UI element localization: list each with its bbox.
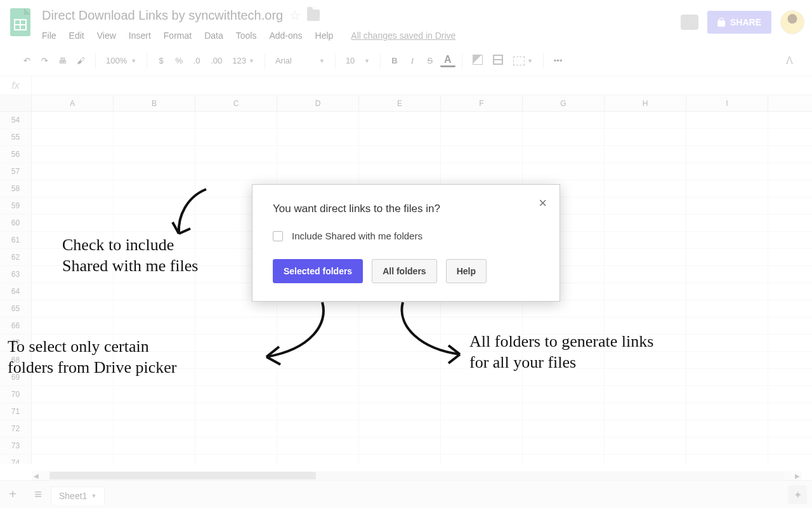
cell[interactable] (441, 386, 523, 403)
doc-title[interactable]: Direct Download Links by syncwithtech.or… (42, 8, 283, 23)
cell[interactable] (114, 386, 195, 403)
scroll-left-icon[interactable]: ◀ (32, 472, 41, 479)
row-header[interactable]: 56 (0, 146, 32, 163)
cell[interactable] (359, 403, 441, 420)
cell[interactable] (114, 455, 195, 464)
cell[interactable] (195, 403, 277, 420)
row-header[interactable]: 72 (0, 420, 32, 437)
col-header-I[interactable]: I (686, 95, 768, 111)
cell[interactable] (605, 403, 686, 420)
cell[interactable] (277, 146, 359, 163)
cell[interactable] (277, 420, 359, 437)
cell[interactable] (686, 232, 768, 248)
cell[interactable] (114, 403, 195, 420)
cell[interactable] (277, 403, 359, 420)
cell[interactable] (195, 420, 277, 437)
cell[interactable] (605, 300, 686, 317)
cell[interactable] (686, 369, 768, 385)
cell[interactable] (195, 129, 277, 145)
cell[interactable] (686, 129, 768, 145)
cell[interactable] (686, 197, 768, 214)
cell[interactable] (523, 438, 605, 454)
include-shared-checkbox[interactable] (273, 231, 283, 241)
cell[interactable] (32, 318, 114, 334)
cell[interactable] (114, 318, 195, 334)
cell[interactable] (359, 420, 441, 437)
cell[interactable] (359, 163, 441, 180)
all-folders-button[interactable]: All folders (372, 259, 436, 283)
menu-tools[interactable]: Tools (236, 30, 257, 41)
col-header-A[interactable]: A (32, 95, 114, 111)
cell[interactable] (32, 300, 114, 317)
cell[interactable] (605, 386, 686, 403)
select-all-corner[interactable] (0, 95, 32, 111)
cell[interactable] (686, 455, 768, 464)
cell[interactable] (359, 129, 441, 145)
cell[interactable] (195, 455, 277, 464)
col-header-G[interactable]: G (523, 95, 605, 111)
cell[interactable] (605, 249, 686, 265)
cell[interactable] (605, 266, 686, 283)
cell[interactable] (32, 163, 114, 180)
cell[interactable] (359, 455, 441, 464)
explore-icon[interactable]: ✦ (788, 485, 807, 504)
row-header[interactable]: 65 (0, 300, 32, 317)
row-header[interactable]: 59 (0, 197, 32, 214)
cell[interactable] (605, 180, 686, 197)
increase-decimal-icon[interactable]: .00 (207, 53, 226, 68)
col-header-B[interactable]: B (114, 95, 195, 111)
row-header[interactable]: 58 (0, 180, 32, 197)
cell[interactable] (195, 386, 277, 403)
cell[interactable] (686, 420, 768, 437)
col-header-D[interactable]: D (277, 95, 359, 111)
scroll-right-icon[interactable]: ▶ (793, 472, 802, 479)
cell[interactable] (32, 215, 114, 231)
row-header[interactable]: 73 (0, 438, 32, 454)
row-header[interactable]: 61 (0, 232, 32, 248)
cell[interactable] (32, 420, 114, 437)
cell[interactable] (114, 112, 195, 128)
cell[interactable] (114, 146, 195, 163)
cell[interactable] (359, 112, 441, 128)
row-header[interactable]: 62 (0, 249, 32, 265)
cell[interactable] (523, 163, 605, 180)
cell[interactable] (441, 129, 523, 145)
menu-insert[interactable]: Insert (129, 30, 151, 41)
cell[interactable] (605, 420, 686, 437)
cell[interactable] (605, 129, 686, 145)
cell[interactable] (359, 386, 441, 403)
cell[interactable] (114, 420, 195, 437)
share-button[interactable]: SHARE (707, 11, 771, 34)
row-header[interactable]: 66 (0, 318, 32, 334)
cell[interactable] (523, 112, 605, 128)
cell[interactable] (523, 420, 605, 437)
cell[interactable] (195, 163, 277, 180)
print-icon[interactable]: 🖶 (55, 53, 70, 68)
fill-color-icon[interactable] (469, 52, 487, 69)
currency-icon[interactable]: $ (154, 53, 169, 68)
redo-icon[interactable]: ↷ (37, 53, 52, 68)
cell[interactable] (686, 163, 768, 180)
cell[interactable] (441, 455, 523, 464)
cell[interactable] (114, 438, 195, 454)
cell[interactable] (605, 455, 686, 464)
cell[interactable] (686, 386, 768, 403)
cell[interactable] (195, 438, 277, 454)
menu-help[interactable]: Help (315, 30, 334, 41)
row-header[interactable]: 60 (0, 215, 32, 231)
cell[interactable] (686, 266, 768, 283)
cell[interactable] (686, 146, 768, 163)
cell[interactable] (686, 215, 768, 231)
cell[interactable] (686, 283, 768, 300)
menu-file[interactable]: File (42, 30, 56, 41)
bold-icon[interactable]: B (387, 53, 402, 68)
cell[interactable] (114, 300, 195, 317)
borders-icon[interactable] (489, 52, 507, 69)
italic-icon[interactable]: I (405, 53, 420, 69)
cell[interactable] (32, 112, 114, 128)
cell[interactable] (32, 180, 114, 197)
cell[interactable] (441, 420, 523, 437)
cell[interactable] (277, 163, 359, 180)
merge-icon[interactable]: ▼ (509, 54, 537, 68)
cell[interactable] (32, 129, 114, 145)
